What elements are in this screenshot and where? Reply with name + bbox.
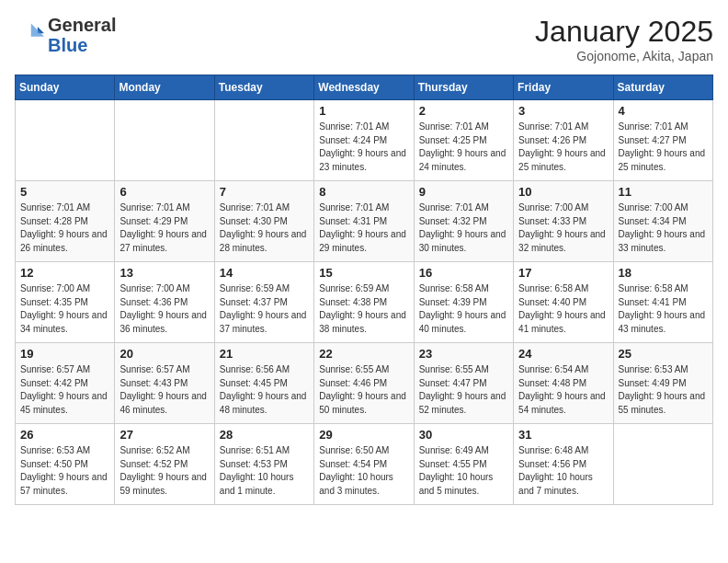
day-number: 6 — [119, 185, 209, 199]
day-info: Sunrise: 7:01 AM Sunset: 4:32 PM Dayligh… — [419, 201, 508, 255]
calendar-day: 19Sunrise: 6:57 AM Sunset: 4:42 PM Dayli… — [16, 343, 115, 424]
day-number: 27 — [119, 428, 209, 442]
day-number: 9 — [419, 185, 508, 199]
day-info: Sunrise: 6:50 AM Sunset: 4:54 PM Dayligh… — [319, 444, 408, 498]
day-info: Sunrise: 6:55 AM Sunset: 4:47 PM Dayligh… — [419, 363, 508, 417]
calendar-day: 7Sunrise: 7:01 AM Sunset: 4:30 PM Daylig… — [214, 181, 313, 262]
svg-marker-1 — [31, 24, 44, 37]
day-number: 12 — [20, 266, 109, 280]
day-info: Sunrise: 7:00 AM Sunset: 4:34 PM Dayligh… — [619, 201, 708, 255]
day-number: 5 — [20, 185, 109, 199]
calendar-day — [214, 100, 313, 181]
day-number: 19 — [20, 347, 109, 361]
day-info: Sunrise: 7:01 AM Sunset: 4:28 PM Dayligh… — [20, 201, 109, 255]
calendar-day: 22Sunrise: 6:55 AM Sunset: 4:46 PM Dayli… — [314, 343, 414, 424]
calendar-day: 20Sunrise: 6:57 AM Sunset: 4:43 PM Dayli… — [115, 343, 214, 424]
calendar-day: 10Sunrise: 7:00 AM Sunset: 4:33 PM Dayli… — [514, 181, 613, 262]
weekday-header-thursday: Thursday — [414, 75, 513, 100]
day-info: Sunrise: 6:57 AM Sunset: 4:42 PM Dayligh… — [20, 363, 109, 417]
calendar-day: 24Sunrise: 6:54 AM Sunset: 4:48 PM Dayli… — [514, 343, 613, 424]
calendar-day: 5Sunrise: 7:01 AM Sunset: 4:28 PM Daylig… — [16, 181, 115, 262]
weekday-header-friday: Friday — [514, 75, 613, 100]
day-number: 10 — [518, 185, 608, 199]
day-number: 2 — [419, 104, 508, 118]
calendar-day: 9Sunrise: 7:01 AM Sunset: 4:32 PM Daylig… — [414, 181, 513, 262]
day-number: 22 — [319, 347, 408, 361]
calendar-day: 18Sunrise: 6:58 AM Sunset: 4:41 PM Dayli… — [613, 262, 712, 343]
month-title: January 2025 — [535, 15, 713, 49]
calendar-day: 21Sunrise: 6:56 AM Sunset: 4:45 PM Dayli… — [214, 343, 313, 424]
calendar-day: 2Sunrise: 7:01 AM Sunset: 4:25 PM Daylig… — [414, 100, 513, 181]
day-number: 30 — [419, 428, 508, 442]
day-number: 20 — [119, 347, 209, 361]
day-number: 15 — [319, 266, 408, 280]
calendar-day — [115, 100, 214, 181]
day-number: 14 — [220, 266, 309, 280]
day-number: 11 — [619, 185, 708, 199]
day-info: Sunrise: 7:00 AM Sunset: 4:35 PM Dayligh… — [20, 282, 109, 336]
calendar-day — [16, 100, 115, 181]
logo-general: General — [48, 15, 116, 35]
day-number: 1 — [319, 104, 408, 118]
day-info: Sunrise: 6:56 AM Sunset: 4:45 PM Dayligh… — [220, 363, 309, 417]
logo-text: General Blue — [48, 15, 116, 55]
calendar-day: 15Sunrise: 6:59 AM Sunset: 4:38 PM Dayli… — [314, 262, 414, 343]
calendar-day: 25Sunrise: 6:53 AM Sunset: 4:49 PM Dayli… — [613, 343, 712, 424]
day-number: 13 — [119, 266, 209, 280]
day-info: Sunrise: 7:01 AM Sunset: 4:31 PM Dayligh… — [319, 201, 408, 255]
calendar-day: 14Sunrise: 6:59 AM Sunset: 4:37 PM Dayli… — [214, 262, 313, 343]
day-number: 31 — [518, 428, 608, 442]
calendar-week-5: 26Sunrise: 6:53 AM Sunset: 4:50 PM Dayli… — [16, 424, 713, 505]
day-number: 3 — [518, 104, 608, 118]
calendar: SundayMondayTuesdayWednesdayThursdayFrid… — [15, 75, 713, 505]
logo-icon — [15, 20, 44, 50]
weekday-header-wednesday: Wednesday — [314, 75, 414, 100]
day-info: Sunrise: 6:52 AM Sunset: 4:52 PM Dayligh… — [119, 444, 209, 498]
day-info: Sunrise: 6:57 AM Sunset: 4:43 PM Dayligh… — [119, 363, 209, 417]
calendar-day: 30Sunrise: 6:49 AM Sunset: 4:55 PM Dayli… — [414, 424, 513, 505]
calendar-day: 31Sunrise: 6:48 AM Sunset: 4:56 PM Dayli… — [514, 424, 613, 505]
location: Gojonome, Akita, Japan — [535, 49, 713, 63]
weekday-header-sunday: Sunday — [16, 75, 115, 100]
day-info: Sunrise: 6:54 AM Sunset: 4:48 PM Dayligh… — [518, 363, 608, 417]
day-number: 8 — [319, 185, 408, 199]
day-info: Sunrise: 7:01 AM Sunset: 4:29 PM Dayligh… — [119, 201, 209, 255]
calendar-day: 6Sunrise: 7:01 AM Sunset: 4:29 PM Daylig… — [115, 181, 214, 262]
weekday-header-monday: Monday — [115, 75, 214, 100]
weekday-header-tuesday: Tuesday — [214, 75, 313, 100]
calendar-day: 26Sunrise: 6:53 AM Sunset: 4:50 PM Dayli… — [16, 424, 115, 505]
weekday-header-row: SundayMondayTuesdayWednesdayThursdayFrid… — [16, 75, 713, 100]
day-info: Sunrise: 7:01 AM Sunset: 4:24 PM Dayligh… — [319, 121, 408, 174]
calendar-day: 11Sunrise: 7:00 AM Sunset: 4:34 PM Dayli… — [613, 181, 712, 262]
calendar-day: 29Sunrise: 6:50 AM Sunset: 4:54 PM Dayli… — [314, 424, 414, 505]
calendar-week-2: 5Sunrise: 7:01 AM Sunset: 4:28 PM Daylig… — [16, 181, 713, 262]
calendar-day: 13Sunrise: 7:00 AM Sunset: 4:36 PM Dayli… — [115, 262, 214, 343]
calendar-day: 23Sunrise: 6:55 AM Sunset: 4:47 PM Dayli… — [414, 343, 513, 424]
title-block: January 2025 Gojonome, Akita, Japan — [535, 15, 713, 63]
calendar-day: 27Sunrise: 6:52 AM Sunset: 4:52 PM Dayli… — [115, 424, 214, 505]
day-info: Sunrise: 7:01 AM Sunset: 4:25 PM Dayligh… — [419, 121, 508, 174]
day-info: Sunrise: 6:49 AM Sunset: 4:55 PM Dayligh… — [419, 444, 508, 498]
page-header: General Blue January 2025 Gojonome, Akit… — [15, 15, 713, 63]
day-number: 25 — [619, 347, 708, 361]
day-info: Sunrise: 7:01 AM Sunset: 4:26 PM Dayligh… — [518, 121, 608, 174]
day-info: Sunrise: 7:01 AM Sunset: 4:27 PM Dayligh… — [619, 121, 708, 174]
day-info: Sunrise: 6:58 AM Sunset: 4:41 PM Dayligh… — [619, 282, 708, 336]
day-number: 21 — [220, 347, 309, 361]
day-info: Sunrise: 7:01 AM Sunset: 4:30 PM Dayligh… — [220, 201, 309, 255]
calendar-day: 12Sunrise: 7:00 AM Sunset: 4:35 PM Dayli… — [16, 262, 115, 343]
logo: General Blue — [15, 15, 116, 55]
day-info: Sunrise: 7:00 AM Sunset: 4:33 PM Dayligh… — [518, 201, 608, 255]
day-info: Sunrise: 6:55 AM Sunset: 4:46 PM Dayligh… — [319, 363, 408, 417]
day-number: 23 — [419, 347, 508, 361]
day-number: 24 — [518, 347, 608, 361]
day-info: Sunrise: 6:53 AM Sunset: 4:49 PM Dayligh… — [619, 363, 708, 417]
calendar-week-3: 12Sunrise: 7:00 AM Sunset: 4:35 PM Dayli… — [16, 262, 713, 343]
calendar-day: 28Sunrise: 6:51 AM Sunset: 4:53 PM Dayli… — [214, 424, 313, 505]
day-number: 7 — [220, 185, 309, 199]
calendar-day — [613, 424, 712, 505]
day-info: Sunrise: 6:59 AM Sunset: 4:37 PM Dayligh… — [220, 282, 309, 336]
calendar-day: 1Sunrise: 7:01 AM Sunset: 4:24 PM Daylig… — [314, 100, 414, 181]
calendar-day: 3Sunrise: 7:01 AM Sunset: 4:26 PM Daylig… — [514, 100, 613, 181]
day-info: Sunrise: 6:53 AM Sunset: 4:50 PM Dayligh… — [20, 444, 109, 498]
